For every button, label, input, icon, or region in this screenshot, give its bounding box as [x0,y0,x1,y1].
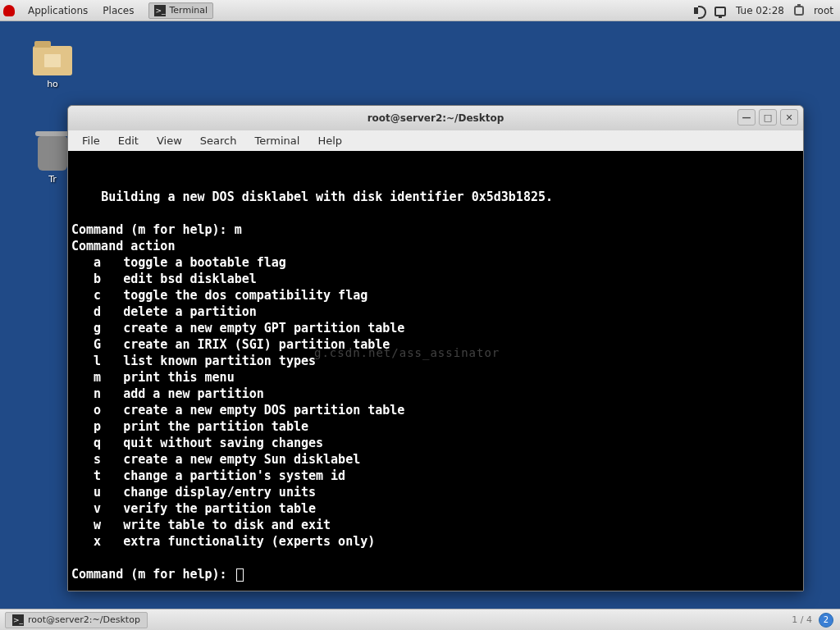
clock[interactable]: Tue 02:28 [736,5,784,16]
power-icon[interactable] [794,6,804,16]
taskbar-item-label: root@server2:~/Desktop [28,614,140,625]
workspace-badge[interactable]: 2 [819,613,833,628]
titlebar[interactable]: root@server2:~/Desktop — □ ✕ [68,106,803,130]
home-folder-icon[interactable]: ho [26,46,79,89]
terminal-content[interactable]: Building a new DOS disklabel with disk i… [68,151,803,591]
menu-file[interactable]: File [75,132,107,149]
taskbar-item-terminal[interactable]: >_ Terminal [148,2,213,19]
distro-logo-icon [3,5,15,16]
sound-icon[interactable] [693,5,705,16]
window-title: root@server2:~/Desktop [368,112,504,124]
network-icon[interactable] [714,7,726,16]
minimize-button[interactable]: — [737,109,756,126]
places-menu[interactable]: Places [96,2,140,20]
maximize-button[interactable]: □ [759,109,777,126]
menu-search[interactable]: Search [193,132,244,149]
menu-edit[interactable]: Edit [111,132,146,149]
menu-view[interactable]: View [149,132,189,149]
folder-icon [33,46,72,75]
top-panel: Applications Places >_ Terminal Tue 02:2… [0,0,840,21]
terminal-cursor [236,568,244,582]
desktop: ho Tr root@server2:~/Desktop — □ ✕ File … [0,21,840,609]
trash-can-icon [38,136,67,171]
terminal-icon: >_ [154,5,166,16]
taskbar-item-label: Terminal [169,5,208,16]
terminal-icon: >_ [12,614,24,626]
workspace-pager[interactable]: 1 / 4 [792,614,812,625]
menu-terminal[interactable]: Terminal [247,132,307,149]
menubar: File Edit View Search Terminal Help [68,130,803,151]
user-menu[interactable]: root [814,5,833,16]
close-button[interactable]: ✕ [780,109,798,126]
menu-help[interactable]: Help [310,132,349,149]
applications-menu[interactable]: Applications [21,2,94,20]
desktop-icon-label: ho [26,79,79,89]
taskbar-item-terminal-bottom[interactable]: >_ root@server2:~/Desktop [5,612,148,628]
bottom-panel: >_ root@server2:~/Desktop 1 / 4 2 [0,609,840,630]
terminal-window: root@server2:~/Desktop — □ ✕ File Edit V… [67,105,804,591]
